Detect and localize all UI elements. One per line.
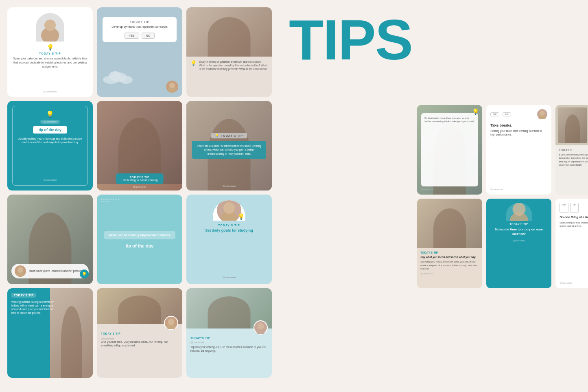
card-r2-c3: 💡 Today's tip There are a number of diff…	[186, 101, 272, 191]
right-grid: By learning in more than one way, you've…	[417, 105, 588, 392]
lightbulb-icon-r2c3: 💡	[215, 134, 219, 137]
svg-point-13	[168, 318, 175, 325]
card-r1-c1: 💡 TODAY'S TIP Open your calendar and cho…	[7, 7, 93, 97]
tip-text-r4c3: Tap into your colleagues. Use the resour…	[190, 345, 268, 353]
photo-r1c3	[186, 7, 272, 57]
tip-label-row: TIP TIP	[490, 109, 547, 119]
avatar-r3c1	[15, 265, 26, 277]
photo-r4c2	[97, 288, 182, 324]
text-bubble-rc1c1: By learning in more than one way, you've…	[421, 113, 478, 186]
tip-box-r2c3: There are a number of different theories…	[192, 141, 266, 158]
todays-tip-header-r2c3: 💡 Today's tip	[211, 133, 247, 138]
card-r1-c2: FRIDAY TIP Develop symbols that represen…	[97, 7, 182, 97]
card-r2-c1: 💡 @username tip of the day Actually putt…	[7, 101, 93, 191]
tip-badge-1: TIP	[490, 112, 499, 116]
tip-text-r4c1: Walking outside, taking a shower, or tal…	[11, 300, 55, 315]
tip-main-text-r3c3: Set daily goals for studying	[205, 228, 253, 233]
tip-text-rc1c1: By learning in more than one way, you've…	[424, 116, 475, 123]
today-label-rc1c3: TODAY'S	[559, 149, 588, 151]
memory-text: Make use of memory improvement basics	[109, 233, 170, 237]
memory-box: Make use of memory improvement basics	[104, 231, 176, 239]
yes-button[interactable]: YES	[125, 33, 139, 39]
rc-r2-c3: TIP TIP Do one thing at a time. Multitas…	[555, 199, 588, 288]
tips-title-section: TIPS	[277, 7, 412, 392]
tip-text-rc2c3: Multitasking is less productive than foc…	[560, 221, 588, 279]
text-area-r1c3: 💡 Study in terms of question, evidence, …	[186, 57, 272, 74]
tip-text-rc2c2: Schedule time to study on your calendar	[490, 227, 547, 236]
friday-label: FRIDAY TIP	[107, 20, 172, 23]
overlay-r3c1: Teach what you've learned to another per…	[11, 264, 89, 278]
take-breaks-title: Take breaks.	[490, 123, 547, 127]
tip-badge-2: TIP	[503, 112, 511, 116]
lightbulb-icon-rc1c1: 💡	[472, 108, 479, 115]
avatar-small-r1c2	[166, 81, 178, 93]
username-bottom-r2c1: @username	[44, 179, 57, 181]
content-r4c1: TODAY'S TIP Walking outside, taking a sh…	[7, 288, 59, 378]
svg-point-19	[512, 203, 525, 216]
today-tip-label-r4c2: TODAY'S TIP	[101, 332, 178, 335]
card-r4-c3: TODAY'S TIP @username Tap into your coll…	[186, 288, 272, 378]
tip-of-day-btn: tip of the day	[33, 126, 67, 134]
username-r4c3: @username	[190, 341, 268, 344]
svg-point-7	[169, 83, 175, 88]
decorative-dots	[101, 199, 121, 202]
card-r3-c1: Teach what you've learned to another per…	[7, 195, 93, 284]
username-r3c3: @username	[223, 276, 236, 278]
svg-point-5	[109, 71, 121, 80]
overlay-r2c3: 💡 Today's tip There are a number of diff…	[186, 101, 272, 191]
overlay-box-r2c2: Today's tip Use testing to boost learnin…	[116, 173, 164, 184]
todays-tip-label-r1c1: TODAY'S TIP	[39, 52, 61, 55]
rc-r1-c1: By learning in more than one way, you've…	[417, 105, 482, 195]
svg-point-15	[258, 323, 264, 329]
tip-text-r2c1: Actually putting new knowledge and skill…	[17, 137, 83, 144]
no-button[interactable]: NO	[142, 33, 155, 39]
lightbulb-icon-r1c1: 💡	[47, 44, 54, 50]
today-tip-overlay-label: Today's tip	[122, 176, 158, 179]
tip-title-rc2c1: Say what you mean and mean what you say.	[420, 256, 479, 259]
tips-title: TIPS	[289, 11, 412, 68]
card-r1-c3: 💡 Study in terms of question, evidence, …	[186, 7, 272, 97]
username-rc2c1: @username	[420, 272, 479, 275]
tip-text-r2c3: There are a number of different theories…	[196, 144, 262, 155]
friday-box: FRIDAY TIP Develop symbols that represen…	[103, 17, 177, 42]
photo-mini-row	[555, 105, 588, 145]
username-rc2c3: @username	[560, 282, 588, 284]
lightbulb-icon-r1c3: 💡	[190, 60, 197, 66]
yes-no-row: YES NO	[107, 33, 172, 39]
lightbulb-icon-r3c1: 💡	[80, 269, 89, 278]
tip-badge-rc2c3-2: TIP	[570, 203, 579, 213]
tip-of-day-label-r3c2: tip of the day	[126, 243, 153, 248]
tip-text-rc2c1: Say what you mean and mean what you say.…	[420, 260, 479, 270]
todays-tip-label-r3c3: TODAY'S TIP	[218, 224, 240, 227]
today-tip-label-r4c1: TODAY'S TIP	[11, 293, 36, 298]
username-rc1c2: @username	[490, 188, 547, 191]
rc-r2-c1: TODAY'S TIP Say what you mean and mean w…	[417, 199, 482, 288]
content-rc2c1: TODAY'S TIP Say what you mean and mean w…	[417, 248, 482, 278]
card-r4-c2: TODAY'S TIP @username Give yourself time…	[97, 288, 182, 378]
avatar-overlap-r4c2	[164, 316, 178, 330]
rc-r2-c2: TODAY'S TIP Schedule time to study on yo…	[486, 199, 551, 288]
username-r2c2: @username	[133, 186, 146, 188]
photo-rc1c3	[555, 105, 588, 145]
friday-text: Develop symbols that represent concepts	[107, 25, 172, 29]
username-label-r2c1: @username	[40, 120, 60, 124]
content-r4c3: TODAY'S TIP @username Tap into your coll…	[186, 328, 272, 378]
cloud-icon	[101, 68, 133, 85]
username-r1c1: @username	[44, 90, 57, 93]
svg-point-4	[120, 76, 133, 84]
arch-shape-rc2c2	[506, 203, 532, 221]
content-r4c2: TODAY'S TIP @username Give yourself time…	[97, 324, 182, 378]
svg-point-1	[44, 20, 56, 31]
today-tip-label-rc2c1: TODAY'S TIP	[420, 251, 479, 254]
card-r3-c2: Make use of memory improvement basics ti…	[97, 195, 182, 284]
lightbulb-icon-r3c3: 💡	[238, 213, 245, 220]
inner-border-r2c1: 💡 @username tip of the day Actually putt…	[12, 106, 88, 186]
tip-badge-row-rc2c3: TIP TIP	[560, 203, 588, 213]
avatar-row-r3c1: Teach what you've learned to another per…	[11, 264, 89, 278]
username-rc2c2: @username	[513, 239, 525, 242]
content-rc1c3: TODAY'S If you cannot follow through, av…	[555, 145, 588, 170]
username-r2c3: @username	[223, 185, 236, 187]
username-rc1c1: @username	[421, 188, 478, 191]
card-r2-c2: Today's tip Use testing to boost learnin…	[97, 101, 182, 191]
arch-bg-r3c3: 💡	[213, 200, 245, 221]
